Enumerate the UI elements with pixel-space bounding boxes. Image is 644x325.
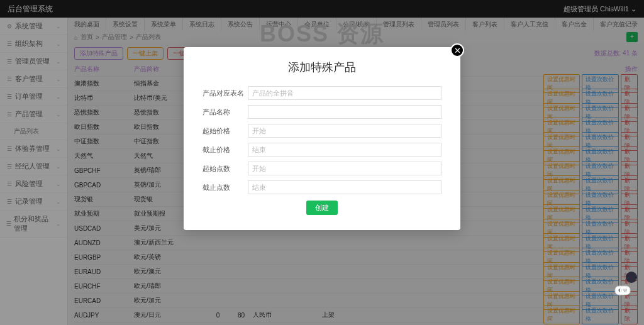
- text-input[interactable]: [248, 180, 441, 194]
- dialog-title: 添加特殊产品: [203, 60, 441, 75]
- submit-button[interactable]: 创建: [306, 201, 338, 215]
- close-icon[interactable]: ✕: [450, 43, 464, 57]
- mascot-image: ◐ 键: [614, 268, 639, 300]
- svg-text:◐ 键: ◐ 键: [618, 289, 627, 292]
- text-input[interactable]: [248, 86, 441, 100]
- field-label: 截止价格: [203, 145, 248, 155]
- text-input[interactable]: [248, 105, 441, 119]
- text-input[interactable]: [248, 143, 441, 157]
- add-product-dialog: ✕ 添加特殊产品 产品对应表名产品名称起始价格截止价格起始点数截止点数 创建: [184, 47, 460, 230]
- svg-point-0: [626, 272, 637, 283]
- field-label: 起始点数: [203, 164, 248, 174]
- field-label: 起始价格: [203, 126, 248, 136]
- text-input[interactable]: [248, 162, 441, 175]
- text-input[interactable]: [248, 124, 441, 138]
- field-label: 产品名称: [203, 107, 248, 117]
- field-label: 截止点数: [203, 183, 248, 192]
- field-label: 产品对应表名: [203, 89, 248, 98]
